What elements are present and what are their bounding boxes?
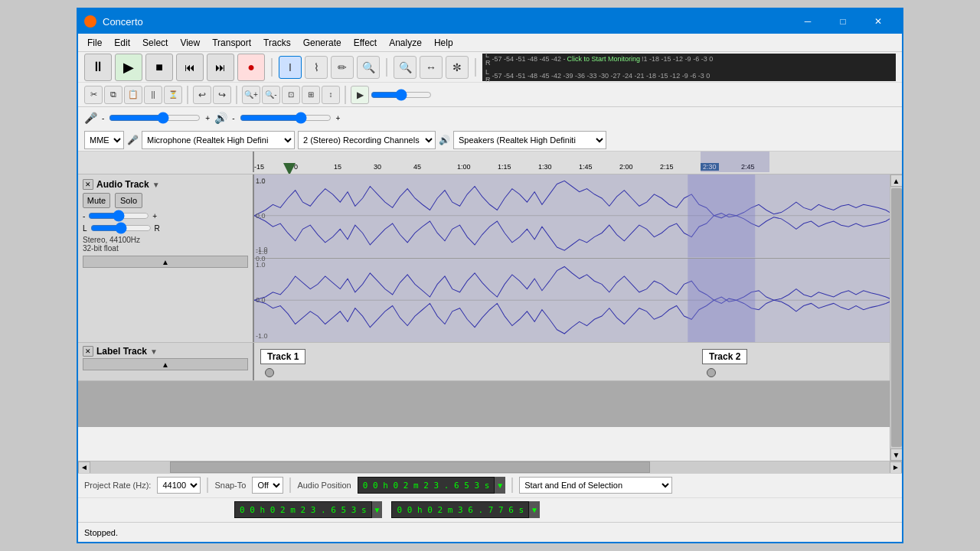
menu-generate[interactable]: Generate bbox=[297, 36, 348, 50]
trim-button[interactable]: || bbox=[144, 86, 162, 104]
sel-start-dropdown[interactable]: ▼ bbox=[372, 501, 383, 518]
mic-device-select[interactable]: Microphone (Realtek High Defini bbox=[142, 131, 295, 149]
draw-tool-button[interactable]: ✏ bbox=[331, 56, 354, 79]
pan-l-label: L bbox=[83, 224, 87, 233]
collapse-button[interactable]: ▲ bbox=[83, 256, 248, 268]
audio-track-dropdown[interactable]: ▼ bbox=[152, 181, 160, 189]
skip-end-button[interactable]: ⏭ bbox=[207, 54, 234, 81]
track-pan-slider[interactable] bbox=[90, 223, 152, 233]
output-gain-slider[interactable] bbox=[240, 112, 332, 124]
ruler-tick-1-15: 1:15 bbox=[498, 163, 511, 171]
zoom-in-view-button[interactable]: 🔍+ bbox=[242, 86, 260, 104]
scroll-up-button[interactable]: ▲ bbox=[890, 174, 903, 187]
scroll-down-button[interactable]: ▼ bbox=[890, 448, 903, 461]
status-bar: Project Rate (Hz): 44100 Snap-To Off Aud… bbox=[78, 473, 902, 542]
label-track-dropdown[interactable]: ▼ bbox=[150, 347, 158, 356]
menu-effect[interactable]: Effect bbox=[348, 36, 383, 50]
multi-tool-button[interactable]: ✼ bbox=[446, 56, 469, 79]
cut-button[interactable]: ✂ bbox=[84, 86, 103, 104]
separator3 bbox=[475, 58, 476, 77]
envelope-tool-button[interactable]: ⌇ bbox=[305, 56, 328, 79]
horizontal-scrollbar[interactable]: ◄ ► bbox=[78, 461, 902, 473]
track-gain-slider[interactable] bbox=[88, 211, 149, 220]
menu-transport[interactable]: Transport bbox=[206, 36, 257, 50]
tracks-container: ✕ Audio Track ▼ Mute Solo - + bbox=[78, 174, 890, 461]
output-min-label: - bbox=[232, 114, 234, 122]
scale-mid-ch2: 0.0 bbox=[256, 296, 266, 304]
redo-button[interactable]: ↪ bbox=[213, 86, 231, 104]
fit-tracks-button[interactable]: ⊞ bbox=[302, 86, 320, 104]
menu-select[interactable]: Select bbox=[136, 36, 174, 50]
label-track-content[interactable]: Track 1 Track 2 bbox=[254, 343, 890, 380]
zoom-in-button[interactable]: 🔍 bbox=[394, 56, 416, 79]
playback-speed-slider[interactable] bbox=[371, 90, 432, 100]
device-row: MME 🎤 Microphone (Realtek High Defini 2 … bbox=[78, 129, 902, 152]
label-collapse-button[interactable]: ▲ bbox=[83, 358, 248, 370]
mute-button[interactable]: Mute bbox=[83, 193, 110, 208]
sel-end-dropdown[interactable]: ▼ bbox=[529, 501, 540, 518]
play-at-speed-button[interactable]: ▶ bbox=[351, 86, 369, 104]
audio-pos-dropdown[interactable]: ▼ bbox=[495, 477, 505, 494]
gain-minus-label: - bbox=[83, 212, 85, 220]
label-track1[interactable]: Track 1 bbox=[260, 349, 305, 364]
label-track-close[interactable]: ✕ bbox=[83, 346, 93, 357]
scroll-thumb[interactable] bbox=[891, 188, 902, 447]
audio-track-close[interactable]: ✕ bbox=[83, 179, 93, 190]
menu-analyze[interactable]: Analyze bbox=[383, 36, 428, 50]
copy-button[interactable]: ⧉ bbox=[104, 86, 122, 104]
separator2 bbox=[386, 58, 387, 77]
zoom-out-view-button[interactable]: 🔍- bbox=[262, 86, 280, 104]
scale-top-ch1: 1.0 bbox=[256, 177, 266, 184]
ruler-tick-2-15: 2:15 bbox=[660, 163, 674, 171]
selection-mode-select[interactable]: Start and End of Selection bbox=[519, 477, 672, 494]
input-gain-slider[interactable] bbox=[109, 112, 201, 124]
driver-select[interactable]: MME bbox=[84, 131, 124, 149]
close-button[interactable]: ✕ bbox=[861, 9, 896, 34]
vertical-scrollbar[interactable]: ▲ ▼ bbox=[890, 174, 902, 461]
record-button[interactable]: ● bbox=[237, 54, 265, 81]
play-button[interactable]: ▶ bbox=[115, 54, 142, 81]
vu-click-label[interactable]: Click to Start Monitoring bbox=[567, 55, 641, 63]
paste-button[interactable]: 📋 bbox=[124, 86, 142, 104]
menu-help[interactable]: Help bbox=[428, 36, 459, 50]
mic-icon: 🎤 bbox=[84, 112, 97, 124]
h-scroll-track[interactable] bbox=[90, 461, 890, 473]
project-rate-select[interactable]: 44100 bbox=[157, 477, 201, 494]
mic-device-icon: 🎤 bbox=[127, 135, 139, 145]
output-device-select[interactable]: Speakers (Realtek High Definiti bbox=[453, 131, 606, 149]
fit-project-button[interactable]: ⊡ bbox=[282, 86, 300, 104]
scroll-left-button[interactable]: ◄ bbox=[78, 461, 90, 474]
vu-lr-label2: LR bbox=[485, 68, 491, 83]
menu-tracks[interactable]: Tracks bbox=[257, 36, 297, 50]
minimize-button[interactable]: ─ bbox=[790, 9, 825, 34]
silence-button[interactable]: ⏳ bbox=[164, 86, 182, 104]
ruler-tick-30: 30 bbox=[374, 163, 381, 171]
channels-select[interactable]: 2 (Stereo) Recording Channels bbox=[298, 131, 436, 149]
label-track2[interactable]: Track 2 bbox=[702, 349, 747, 364]
skip-start-button[interactable]: ⏮ bbox=[176, 54, 204, 81]
menu-edit[interactable]: Edit bbox=[108, 36, 136, 50]
separator5 bbox=[236, 86, 237, 104]
fit-button[interactable]: ↔ bbox=[420, 56, 443, 79]
vu-scale-label2: -57 -54 -51 -48 -45 -42 -39 -36 -33 -30 … bbox=[492, 72, 710, 80]
maximize-button[interactable]: □ bbox=[825, 9, 861, 34]
menu-file[interactable]: File bbox=[81, 36, 108, 50]
select-tool-button[interactable]: I bbox=[279, 56, 302, 79]
snap-to-select[interactable]: Off bbox=[252, 477, 283, 494]
pause-button[interactable]: ⏸ bbox=[84, 54, 112, 81]
timeline-ruler[interactable]: -15 0 15 30 45 1:00 1:15 1:30 1:45 2:00 … bbox=[78, 152, 902, 174]
separator1 bbox=[271, 58, 273, 77]
solo-button[interactable]: Solo bbox=[115, 193, 142, 208]
zoom-toggle-button[interactable]: ↕ bbox=[322, 86, 340, 104]
scale-bot-ch1: -1.0 bbox=[256, 248, 268, 256]
scroll-right-button[interactable]: ► bbox=[890, 461, 902, 474]
h-scroll-thumb[interactable] bbox=[170, 461, 649, 473]
undo-button[interactable]: ↩ bbox=[193, 86, 211, 104]
zoom-tool-button[interactable]: 🔍 bbox=[357, 56, 380, 79]
menu-view[interactable]: View bbox=[174, 36, 206, 50]
stop-button[interactable]: ■ bbox=[145, 54, 173, 81]
status-sep1 bbox=[207, 478, 208, 493]
gain-min-label: - bbox=[102, 114, 104, 122]
audio-track-content[interactable]: 1.0 0.0 -1.0 bbox=[254, 174, 890, 342]
tracks-area: ✕ Audio Track ▼ Mute Solo - + bbox=[78, 174, 902, 461]
